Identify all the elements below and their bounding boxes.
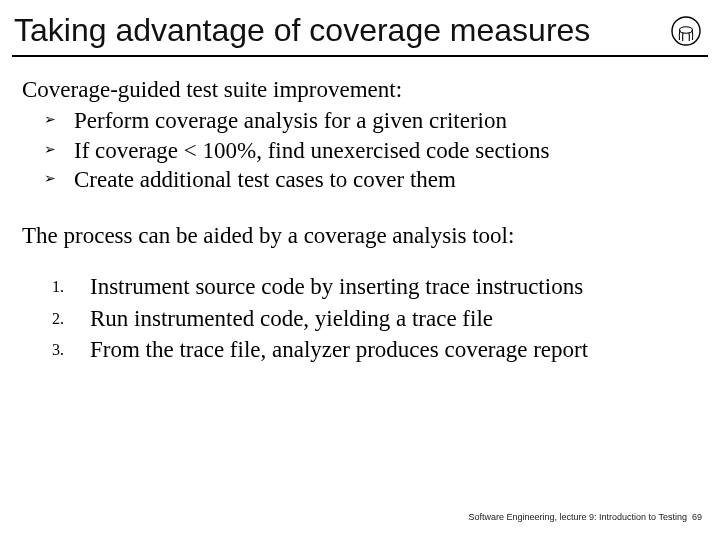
title-underline [12, 55, 708, 57]
page-number: 69 [692, 512, 702, 522]
bullet-text: Create additional test cases to cover th… [74, 167, 456, 192]
step-text: Instrument source code by inserting trac… [90, 274, 583, 299]
step-text: From the trace file, analyzer produces c… [90, 337, 588, 362]
slide: Taking advantage of coverage measures Co… [0, 0, 720, 540]
footer: Software Engineering, lecture 9: Introdu… [469, 512, 703, 522]
step-number: 3. [52, 340, 64, 360]
bullet-text: If coverage < 100%, find unexercised cod… [74, 138, 549, 163]
lead-text-1: Coverage-guided test suite improvement: [22, 75, 698, 104]
step-text: Run instrumented code, yielding a trace … [90, 306, 493, 331]
svg-point-0 [672, 17, 700, 45]
chair-icon [670, 15, 702, 47]
arrow-icon: ➢ [44, 111, 56, 129]
list-item: 3.From the trace file, analyzer produces… [90, 335, 648, 364]
list-item: 1.Instrument source code by inserting tr… [90, 272, 648, 301]
numbered-list: 1.Instrument source code by inserting tr… [22, 272, 648, 364]
list-item: ➢If coverage < 100%, find unexercised co… [74, 136, 698, 165]
footer-text: Software Engineering, lecture 9: Introdu… [469, 512, 687, 522]
bullet-text: Perform coverage analysis for a given cr… [74, 108, 507, 133]
step-number: 2. [52, 309, 64, 329]
arrow-icon: ➢ [44, 141, 56, 159]
list-item: ➢Create additional test cases to cover t… [74, 165, 698, 194]
step-number: 1. [52, 277, 64, 297]
svg-point-1 [680, 26, 693, 32]
list-item: 2.Run instrumented code, yielding a trac… [90, 304, 648, 333]
arrow-icon: ➢ [44, 170, 56, 188]
content: Coverage-guided test suite improvement: … [4, 75, 716, 365]
title-row: Taking advantage of coverage measures [4, 12, 716, 55]
slide-title: Taking advantage of coverage measures [14, 12, 590, 49]
lead-text-2: The process can be aided by a coverage a… [22, 221, 698, 250]
list-item: ➢Perform coverage analysis for a given c… [74, 106, 698, 135]
bullet-list: ➢Perform coverage analysis for a given c… [22, 106, 698, 194]
